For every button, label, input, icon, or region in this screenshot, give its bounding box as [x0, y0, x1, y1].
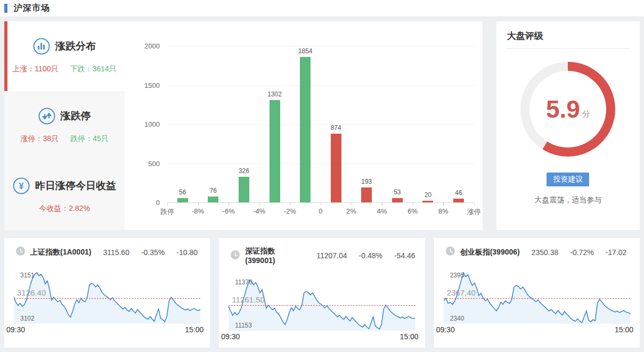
- bar-value-label: 53: [394, 189, 401, 196]
- clock-icon: [16, 247, 25, 258]
- bar-value-label: 326: [239, 167, 249, 175]
- bar: [270, 100, 280, 202]
- index-sparkline: 11370 11261.50 11153: [229, 280, 415, 331]
- time-start: 09:30: [436, 325, 455, 334]
- market-distribution-card: 涨跌分布 上涨：1100只 下跌：3614只: [4, 21, 483, 230]
- bar-value-label: 20: [425, 191, 431, 199]
- advice-text: 大盘震荡，适当参与: [496, 195, 640, 205]
- market-rating-card: 大盘评级 5.9 分 投资建议 大盘震荡，适当参与: [496, 21, 640, 230]
- index-card-shenzhen[interactable]: 深证指数(399001) 11207.04 -0.48% -54.46 1137…: [219, 238, 425, 348]
- tab-title: 涨跌停: [61, 109, 91, 123]
- bar: [208, 197, 218, 202]
- index-name: 上证指数(1A0001): [30, 248, 91, 257]
- prev-close-label: 2367.40: [447, 288, 476, 297]
- bar-chart-icon: [33, 38, 50, 55]
- bar-slot: 1302: [259, 46, 290, 202]
- x-axis-tick-label: 2%: [346, 207, 356, 215]
- index-sparkline: 2395 2367.40 2340: [444, 273, 630, 324]
- index-card-chinext[interactable]: 创业板指(399006) 2350.38 -0.72% -17.02 2395 …: [434, 238, 640, 348]
- page-header: 沪深市场: [0, 0, 644, 17]
- rating-score: 5.9: [546, 95, 580, 124]
- x-axis-tick: [290, 203, 290, 206]
- index-name: 深证指数(399001): [245, 247, 305, 265]
- bar-slot: 193: [351, 46, 382, 202]
- bar-slot: 874: [321, 46, 352, 202]
- time-start: 09:30: [221, 332, 240, 341]
- x-axis-tick: [443, 203, 444, 206]
- tab-title: 昨日涨停今日收益: [35, 179, 116, 193]
- x-axis-tick-label: 6%: [407, 207, 418, 215]
- svg-text:¥: ¥: [19, 182, 24, 191]
- rating-unit: 分: [582, 109, 590, 119]
- bar-slot: 53: [382, 46, 413, 202]
- x-axis-tick: [413, 203, 413, 206]
- x-axis-tick: [259, 203, 260, 206]
- x-axis-tick-label: 跌停: [160, 207, 174, 217]
- bar-value-label: 46: [455, 189, 462, 197]
- time-end: 15:00: [185, 325, 203, 334]
- tab-rise-fall-distribution[interactable]: 涨跌分布 上涨：1100只 下跌：3614只: [4, 21, 125, 91]
- y-max-label: 11370: [235, 279, 252, 286]
- index-change: -54.46: [394, 251, 415, 260]
- yen-icon: ¥: [13, 177, 30, 194]
- index-change: -17.02: [606, 248, 627, 257]
- index-price: 2350.38: [532, 248, 559, 257]
- y-min-label: 3102: [20, 315, 35, 322]
- bar: [331, 134, 341, 202]
- investment-advice-button[interactable]: 投资建议: [547, 173, 589, 186]
- bar: [453, 199, 464, 202]
- x-axis-tick-label: 0: [319, 207, 322, 215]
- x-axis-tick: [352, 203, 352, 206]
- time-end: 15:00: [615, 325, 633, 334]
- bar-value-label: 874: [331, 124, 341, 132]
- tab-limit-up-down[interactable]: 涨跌停 涨停：38只 跌停：45只: [4, 91, 125, 161]
- bar-slot: 56: [167, 46, 198, 202]
- bar: [361, 187, 372, 202]
- bar: [239, 177, 249, 202]
- index-change-percent: -0.48%: [359, 251, 382, 260]
- y-axis-tick-label: 1500: [144, 81, 160, 89]
- y-min-label: 2340: [450, 315, 464, 322]
- time-end: 15:00: [400, 332, 419, 341]
- index-sparkline: 3151 3126.40 3102: [14, 273, 200, 324]
- clock-icon: [446, 247, 455, 258]
- y-axis-tick-label: 1000: [144, 120, 160, 128]
- y-axis-tick-label: 0: [156, 199, 160, 207]
- active-tab-accent: [4, 21, 7, 91]
- bar-value-label: 56: [179, 189, 186, 196]
- updown-arrows-icon: [38, 108, 55, 125]
- prev-close-label: 3126.40: [17, 288, 46, 297]
- x-axis-tick: [167, 203, 168, 206]
- market-tab-list: 涨跌分布 上涨：1100只 下跌：3614只: [4, 21, 125, 230]
- index-card-shanghai[interactable]: 上证指数(1A0001) 3115.60 -0.35% -10.80 3151 …: [4, 238, 210, 348]
- distribution-bar-chart: 0500100015002000567632613021854874193532…: [125, 21, 483, 230]
- rise-count: 上涨：1100只: [12, 64, 58, 74]
- bar: [300, 57, 311, 202]
- bar-slot: 20: [413, 46, 444, 202]
- bar-value-label: 193: [361, 178, 372, 185]
- prev-close-line: [444, 298, 630, 299]
- rating-gauge: 5.9 分: [520, 62, 615, 157]
- clock-icon: [231, 250, 240, 261]
- y-max-label: 3151: [20, 272, 35, 279]
- x-axis-tick-label: 4%: [377, 207, 387, 215]
- index-name: 创业板指(399006): [460, 248, 520, 257]
- bar-slot: 1854: [290, 46, 321, 202]
- bar-value-label: 76: [210, 187, 217, 194]
- y-axis-tick-label: 2000: [144, 42, 160, 50]
- x-axis-tick: [321, 203, 321, 206]
- x-axis-tick: [229, 203, 229, 206]
- index-price: 3115.60: [103, 248, 129, 257]
- today-return: 今收益：2.82%: [39, 204, 90, 214]
- index-change-percent: -0.35%: [141, 248, 165, 257]
- bar: [422, 201, 433, 202]
- x-axis-tick-label: 涨停: [467, 207, 481, 217]
- x-axis-tick: [198, 203, 199, 206]
- x-axis-tick-label: 8%: [438, 207, 449, 215]
- x-axis-tick: [474, 203, 475, 206]
- bar-slot: 46: [443, 46, 474, 202]
- y-min-label: 11153: [235, 322, 252, 329]
- x-axis-tick-label: -4%: [253, 207, 265, 215]
- tab-yesterday-limit-today-return[interactable]: ¥ 昨日涨停今日收益 今收益：2.82%: [4, 160, 125, 230]
- bar-x-axis: 跌停-8%-6%-4%-2%02%4%6%8%涨停: [167, 203, 474, 217]
